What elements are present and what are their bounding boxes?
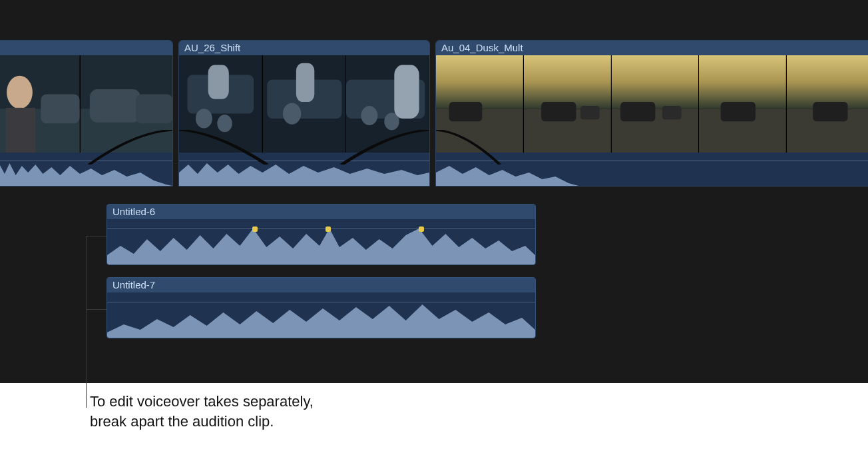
thumbnail <box>263 55 347 153</box>
clip-thumbnails <box>179 55 429 153</box>
clip-title: AU_26_Shift <box>179 41 429 55</box>
svg-point-16 <box>283 103 301 125</box>
thumbnail <box>524 55 612 153</box>
audio-clip[interactable]: Untitled-7 <box>107 277 536 338</box>
svg-rect-28 <box>541 102 576 121</box>
thumbnail <box>81 55 173 153</box>
thumbnail <box>612 55 700 153</box>
svg-rect-22 <box>395 65 419 119</box>
thumbnail <box>179 55 263 153</box>
timeline[interactable]: AU_26_Shift <box>0 0 868 383</box>
thumbnail <box>699 55 787 153</box>
svg-rect-30 <box>612 55 699 109</box>
svg-point-2 <box>7 76 33 109</box>
svg-rect-29 <box>580 106 600 119</box>
clip-title: Untitled-6 <box>107 205 535 219</box>
callout-bracket <box>86 236 87 408</box>
peak-warning-icon <box>326 226 331 232</box>
clip-audio-waveform <box>0 153 172 187</box>
svg-rect-37 <box>787 55 868 109</box>
thumbnail <box>0 55 81 153</box>
svg-rect-13 <box>208 65 229 99</box>
svg-point-20 <box>361 106 378 125</box>
svg-rect-25 <box>449 102 483 121</box>
svg-rect-36 <box>721 102 756 121</box>
svg-point-11 <box>196 109 212 128</box>
thumbnail <box>436 55 524 153</box>
svg-rect-32 <box>620 102 655 121</box>
audio-clip[interactable]: Untitled-6 <box>107 204 536 265</box>
svg-rect-34 <box>699 55 786 109</box>
video-clip[interactable]: Au_04_Dusk_Mult <box>435 40 868 187</box>
video-clip[interactable]: AU_26_Shift <box>178 40 430 187</box>
svg-rect-39 <box>813 102 847 121</box>
audio-waveform <box>107 292 535 338</box>
svg-rect-33 <box>662 106 681 119</box>
svg-rect-8 <box>136 94 172 123</box>
peak-warning-icon <box>252 226 258 232</box>
callout-text: To edit voiceover takes separately, brea… <box>90 392 314 431</box>
clip-thumbnails <box>0 55 172 153</box>
thumbnail <box>787 55 868 153</box>
svg-rect-7 <box>89 89 140 123</box>
svg-rect-4 <box>41 94 79 123</box>
svg-rect-26 <box>524 55 611 109</box>
svg-point-12 <box>217 115 232 132</box>
clip-audio-waveform <box>179 153 429 187</box>
clip-title: Au_04_Dusk_Mult <box>436 41 868 55</box>
svg-rect-23 <box>436 55 523 109</box>
svg-rect-3 <box>6 108 35 153</box>
clip-title <box>0 41 172 55</box>
audio-waveform <box>107 219 535 265</box>
thumbnail <box>346 55 429 153</box>
peak-warning-icon <box>419 226 424 232</box>
clip-audio-waveform <box>436 153 868 187</box>
clip-title: Untitled-7 <box>107 278 535 292</box>
video-clip[interactable] <box>0 40 173 187</box>
clip-thumbnails <box>436 55 868 153</box>
svg-rect-17 <box>296 63 314 102</box>
